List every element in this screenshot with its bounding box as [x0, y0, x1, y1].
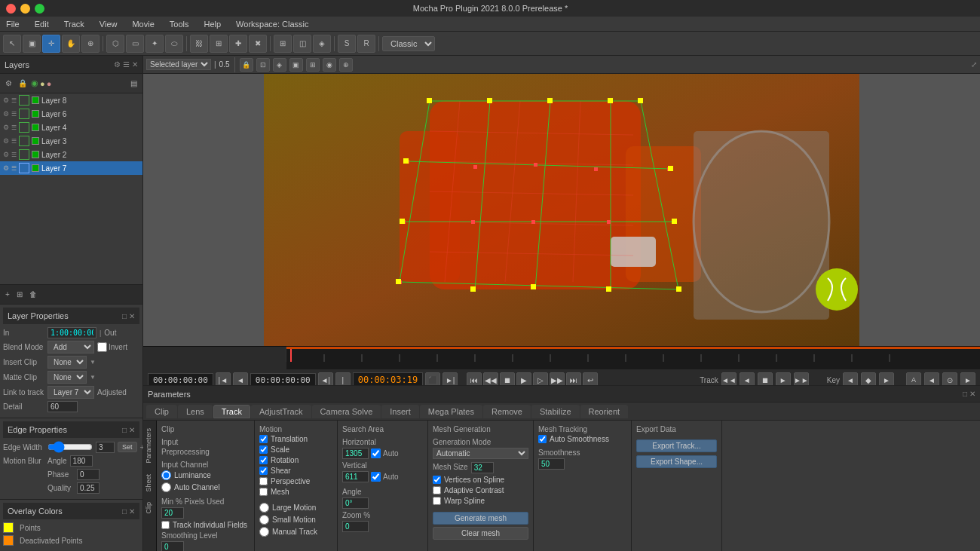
detail-input[interactable]: [47, 401, 78, 412]
vp-grid-btn[interactable]: ⊞: [306, 58, 320, 72]
layer-item-8[interactable]: ⚙ ☰ Layer 8: [0, 93, 142, 107]
translation-checkbox[interactable]: [259, 435, 268, 443]
link-icon[interactable]: ●: [47, 79, 52, 88]
menu-edit[interactable]: Edit: [32, 20, 52, 29]
layers-settings-btn[interactable]: ⚙: [114, 60, 121, 69]
sa-angle-input[interactable]: [342, 497, 369, 509]
layers-close-btn[interactable]: ✕: [132, 60, 138, 69]
auto-smoothness-checkbox[interactable]: [538, 435, 547, 443]
delete-point-tool[interactable]: ✖: [249, 35, 267, 53]
vertices-spline-checkbox[interactable]: [433, 476, 441, 484]
layer8-visibility[interactable]: [19, 95, 29, 106]
color-icon[interactable]: ●: [40, 79, 45, 88]
side-tab-clip[interactable]: Clip: [143, 497, 156, 519]
pointer-tool[interactable]: ↖: [3, 35, 21, 53]
layer4-visibility[interactable]: [19, 122, 29, 133]
tab-stabilize[interactable]: Stabilize: [531, 405, 580, 418]
blend-mode-select[interactable]: AddNormalMultiply: [47, 341, 94, 354]
tab-track[interactable]: Track: [213, 405, 250, 418]
layer-item-7[interactable]: ⚙ ☰ Layer 7: [0, 161, 142, 175]
points-color-swatch[interactable]: [3, 522, 14, 533]
small-motion-radio[interactable]: [259, 515, 269, 525]
adaptive-contrast-checkbox[interactable]: [433, 486, 441, 494]
workspace-select[interactable]: Classic: [382, 36, 435, 51]
gen-mode-select[interactable]: Automatic Manual: [433, 448, 528, 459]
h-auto-checkbox[interactable]: [371, 448, 381, 458]
tab-insert[interactable]: Insert: [381, 405, 419, 418]
stereo-tool[interactable]: ◈: [313, 35, 331, 53]
menu-view[interactable]: View: [96, 20, 121, 29]
min-btn[interactable]: [20, 4, 30, 14]
hand-tool[interactable]: ✋: [62, 35, 80, 53]
xspline-tool[interactable]: ✦: [145, 35, 164, 53]
vp-lock-btn[interactable]: 🔒: [240, 58, 253, 72]
menu-help[interactable]: Help: [201, 20, 224, 29]
grid-tool[interactable]: ⊞: [274, 35, 292, 53]
phase-input[interactable]: [77, 469, 100, 480]
shear-checkbox[interactable]: [259, 467, 268, 475]
max-btn[interactable]: [35, 4, 44, 14]
export-shape-btn[interactable]: Export Shape...: [636, 455, 717, 468]
luminance-radio[interactable]: [161, 470, 171, 480]
remove-tool[interactable]: R: [357, 35, 375, 53]
layer7-visibility[interactable]: [19, 163, 29, 173]
tab-camera-solve[interactable]: Camera Solve: [312, 405, 381, 418]
delete-layer-btn[interactable]: 🗑: [27, 289, 39, 299]
params-close-btn[interactable]: ✕: [969, 390, 975, 398]
vp-mattes-btn[interactable]: ◈: [273, 58, 286, 72]
stabilize-tool[interactable]: S: [338, 35, 356, 53]
smoothing-input[interactable]: [161, 541, 184, 551]
vp-overlay-btn[interactable]: ◉: [323, 58, 336, 72]
insert-clip-select[interactable]: None: [47, 356, 87, 369]
lock-layer-btn[interactable]: 🔒: [16, 78, 29, 88]
tab-remove[interactable]: Remove: [483, 405, 531, 418]
menu-tools[interactable]: Tools: [167, 20, 192, 29]
export-track-btn[interactable]: Export Track...: [636, 439, 717, 452]
edge-props-close-btn[interactable]: ✕: [129, 426, 135, 434]
tab-clip[interactable]: Clip: [146, 405, 177, 418]
connect-tool[interactable]: ⊞: [210, 35, 228, 53]
menu-file[interactable]: File: [3, 20, 23, 29]
edge-width-slider[interactable]: [47, 441, 93, 453]
tab-adjusttrack[interactable]: AdjustTrack: [251, 405, 311, 418]
layer-item-4[interactable]: ⚙ ☰ Layer 4: [0, 121, 142, 134]
edge-width-set-btn[interactable]: Set: [118, 442, 137, 452]
clear-mesh-btn[interactable]: Clear mesh: [433, 527, 528, 540]
surface-tool[interactable]: ◫: [293, 35, 311, 53]
overlay-close-btn[interactable]: ✕: [129, 507, 135, 516]
invert-checkbox[interactable]: [97, 342, 107, 352]
quality-input[interactable]: [77, 482, 100, 494]
horizontal-input[interactable]: [342, 448, 369, 459]
params-float-btn[interactable]: □: [963, 390, 967, 398]
layer6-visibility[interactable]: [19, 109, 29, 119]
move-tool[interactable]: ✛: [42, 35, 60, 53]
add-point-tool[interactable]: ✚: [229, 35, 247, 53]
layer2-visibility[interactable]: [19, 149, 29, 160]
zoom-tool[interactable]: ⊕: [81, 35, 100, 53]
eye-icon[interactable]: ◉: [31, 78, 38, 88]
layer-props-close-btn[interactable]: ✕: [129, 312, 135, 320]
selected-layer-select[interactable]: Selected layer: [146, 59, 211, 70]
link-track-select[interactable]: Layer 7: [47, 386, 94, 399]
in-time-input[interactable]: [47, 327, 96, 338]
rect-tool[interactable]: ▭: [126, 35, 144, 53]
edge-width-input[interactable]: [96, 442, 115, 453]
layer-props-float-btn[interactable]: □: [122, 312, 127, 320]
menu-workspace[interactable]: Workspace: Classic: [233, 20, 311, 29]
v-auto-checkbox[interactable]: [371, 472, 381, 482]
edge-props-float-btn[interactable]: □: [122, 426, 127, 434]
mesh-size-input[interactable]: [471, 462, 494, 473]
auto-channel-radio[interactable]: [161, 482, 171, 492]
tab-lens[interactable]: Lens: [178, 405, 213, 418]
group-layers-btn[interactable]: ⊞: [14, 289, 25, 299]
add-layer-bottom-btn[interactable]: +: [3, 289, 12, 299]
layer-item-6[interactable]: ⚙ ☰ Layer 6: [0, 107, 142, 121]
smoothness-input[interactable]: [538, 458, 565, 470]
layers-options-btn[interactable]: ☰: [123, 60, 130, 69]
layers-expand-btn[interactable]: ▤: [128, 78, 139, 88]
add-layer-btn[interactable]: ⚙: [3, 78, 14, 88]
vertical-input[interactable]: [342, 471, 369, 482]
layer-item-2[interactable]: ⚙ ☰ Layer 2: [0, 148, 142, 161]
side-tab-parameters[interactable]: Parameters: [143, 424, 156, 468]
tab-mega-plates[interactable]: Mega Plates: [420, 405, 482, 418]
